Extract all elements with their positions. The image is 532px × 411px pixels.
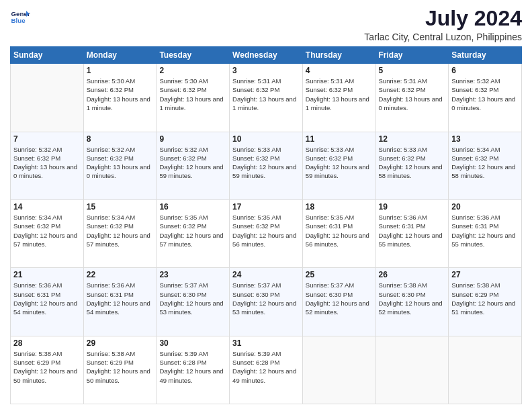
day-number: 14 bbox=[13, 202, 81, 212]
calendar-week-row: 1Sunrise: 5:30 AMSunset: 6:32 PMDaylight… bbox=[11, 64, 522, 132]
day-number: 10 bbox=[232, 134, 300, 144]
weekday-header: Thursday bbox=[302, 47, 375, 64]
weekday-header: Wednesday bbox=[230, 47, 303, 64]
calendar-cell: 16Sunrise: 5:35 AMSunset: 6:32 PMDayligh… bbox=[157, 199, 230, 267]
calendar-week-row: 14Sunrise: 5:34 AMSunset: 6:32 PMDayligh… bbox=[11, 199, 522, 267]
calendar-cell: 29Sunrise: 5:38 AMSunset: 6:29 PMDayligh… bbox=[83, 336, 157, 404]
calendar-week-row: 21Sunrise: 5:36 AMSunset: 6:31 PMDayligh… bbox=[11, 268, 522, 336]
calendar-cell bbox=[302, 336, 375, 404]
day-number: 5 bbox=[379, 66, 446, 75]
day-info: Sunrise: 5:35 AMSunset: 6:31 PMDaylight:… bbox=[306, 213, 373, 248]
day-number: 1 bbox=[87, 66, 154, 75]
calendar-week-row: 28Sunrise: 5:38 AMSunset: 6:29 PMDayligh… bbox=[11, 336, 522, 404]
weekday-header: Friday bbox=[375, 47, 449, 64]
day-number: 23 bbox=[159, 270, 226, 279]
day-info: Sunrise: 5:30 AMSunset: 6:32 PMDaylight:… bbox=[159, 77, 226, 112]
calendar-cell: 27Sunrise: 5:38 AMSunset: 6:29 PMDayligh… bbox=[449, 268, 522, 336]
day-info: Sunrise: 5:33 AMSunset: 6:32 PMDaylight:… bbox=[306, 145, 373, 181]
calendar-cell: 15Sunrise: 5:34 AMSunset: 6:32 PMDayligh… bbox=[83, 199, 157, 267]
day-info: Sunrise: 5:32 AMSunset: 6:32 PMDaylight:… bbox=[451, 77, 519, 112]
day-info: Sunrise: 5:36 AMSunset: 6:31 PMDaylight:… bbox=[451, 213, 519, 248]
day-info: Sunrise: 5:33 AMSunset: 6:32 PMDaylight:… bbox=[379, 145, 446, 181]
calendar-cell: 28Sunrise: 5:38 AMSunset: 6:29 PMDayligh… bbox=[11, 336, 84, 404]
day-info: Sunrise: 5:37 AMSunset: 6:30 PMDaylight:… bbox=[306, 281, 373, 316]
calendar-cell: 18Sunrise: 5:35 AMSunset: 6:31 PMDayligh… bbox=[302, 199, 375, 267]
day-number: 25 bbox=[306, 270, 373, 279]
day-number: 31 bbox=[232, 338, 300, 348]
title-block: July 2024 Tarlac City, Central Luzon, Ph… bbox=[364, 7, 522, 42]
day-number: 4 bbox=[306, 66, 373, 75]
day-info: Sunrise: 5:38 AMSunset: 6:29 PMDaylight:… bbox=[13, 349, 81, 385]
calendar-cell: 11Sunrise: 5:33 AMSunset: 6:32 PMDayligh… bbox=[302, 132, 375, 199]
calendar-cell: 25Sunrise: 5:37 AMSunset: 6:30 PMDayligh… bbox=[302, 268, 375, 336]
day-info: Sunrise: 5:39 AMSunset: 6:28 PMDaylight:… bbox=[159, 349, 226, 385]
calendar-cell: 1Sunrise: 5:30 AMSunset: 6:32 PMDaylight… bbox=[83, 64, 157, 132]
day-info: Sunrise: 5:31 AMSunset: 6:32 PMDaylight:… bbox=[306, 77, 373, 112]
calendar-week-row: 7Sunrise: 5:32 AMSunset: 6:32 PMDaylight… bbox=[11, 132, 522, 199]
day-number: 20 bbox=[451, 202, 519, 212]
day-info: Sunrise: 5:32 AMSunset: 6:32 PMDaylight:… bbox=[13, 145, 81, 181]
calendar-cell: 3Sunrise: 5:31 AMSunset: 6:32 PMDaylight… bbox=[230, 64, 303, 132]
calendar-cell: 14Sunrise: 5:34 AMSunset: 6:32 PMDayligh… bbox=[11, 199, 84, 267]
day-info: Sunrise: 5:38 AMSunset: 6:29 PMDaylight:… bbox=[87, 349, 154, 385]
day-number: 29 bbox=[87, 338, 154, 348]
calendar-cell: 30Sunrise: 5:39 AMSunset: 6:28 PMDayligh… bbox=[157, 336, 230, 404]
header: General Blue July 2024 Tarlac City, Cent… bbox=[10, 7, 522, 42]
page: General Blue July 2024 Tarlac City, Cent… bbox=[0, 0, 532, 411]
day-info: Sunrise: 5:37 AMSunset: 6:30 PMDaylight:… bbox=[159, 281, 226, 316]
day-info: Sunrise: 5:32 AMSunset: 6:32 PMDaylight:… bbox=[87, 145, 154, 181]
calendar-cell: 20Sunrise: 5:36 AMSunset: 6:31 PMDayligh… bbox=[449, 199, 522, 267]
day-number: 2 bbox=[159, 66, 226, 75]
day-info: Sunrise: 5:38 AMSunset: 6:29 PMDaylight:… bbox=[451, 281, 519, 316]
day-number: 13 bbox=[451, 134, 519, 144]
weekday-header: Monday bbox=[83, 47, 157, 64]
day-info: Sunrise: 5:39 AMSunset: 6:28 PMDaylight:… bbox=[232, 349, 300, 385]
svg-text:Blue: Blue bbox=[11, 17, 26, 24]
weekday-header-row: SundayMondayTuesdayWednesdayThursdayFrid… bbox=[11, 47, 522, 64]
subtitle: Tarlac City, Central Luzon, Philippines bbox=[364, 32, 522, 42]
logo: General Blue bbox=[10, 7, 30, 27]
weekday-header: Saturday bbox=[449, 47, 522, 64]
day-number: 6 bbox=[451, 66, 519, 75]
weekday-header: Tuesday bbox=[157, 47, 230, 64]
calendar-cell: 19Sunrise: 5:36 AMSunset: 6:31 PMDayligh… bbox=[375, 199, 449, 267]
calendar-table: SundayMondayTuesdayWednesdayThursdayFrid… bbox=[10, 46, 522, 404]
calendar-cell: 23Sunrise: 5:37 AMSunset: 6:30 PMDayligh… bbox=[157, 268, 230, 336]
day-info: Sunrise: 5:34 AMSunset: 6:32 PMDaylight:… bbox=[451, 145, 519, 181]
calendar-cell: 8Sunrise: 5:32 AMSunset: 6:32 PMDaylight… bbox=[83, 132, 157, 199]
day-number: 9 bbox=[159, 134, 226, 144]
day-number: 11 bbox=[306, 134, 373, 144]
calendar-cell: 13Sunrise: 5:34 AMSunset: 6:32 PMDayligh… bbox=[449, 132, 522, 199]
day-number: 8 bbox=[87, 134, 154, 144]
calendar-cell: 21Sunrise: 5:36 AMSunset: 6:31 PMDayligh… bbox=[11, 268, 84, 336]
day-info: Sunrise: 5:33 AMSunset: 6:32 PMDaylight:… bbox=[232, 145, 300, 181]
day-number: 17 bbox=[232, 202, 300, 212]
calendar-cell: 5Sunrise: 5:31 AMSunset: 6:32 PMDaylight… bbox=[375, 64, 449, 132]
calendar-cell: 6Sunrise: 5:32 AMSunset: 6:32 PMDaylight… bbox=[449, 64, 522, 132]
calendar-cell: 17Sunrise: 5:35 AMSunset: 6:32 PMDayligh… bbox=[230, 199, 303, 267]
calendar-cell bbox=[11, 64, 84, 132]
calendar-cell: 9Sunrise: 5:32 AMSunset: 6:32 PMDaylight… bbox=[157, 132, 230, 199]
main-title: July 2024 bbox=[364, 7, 522, 30]
calendar-cell: 12Sunrise: 5:33 AMSunset: 6:32 PMDayligh… bbox=[375, 132, 449, 199]
calendar-cell: 31Sunrise: 5:39 AMSunset: 6:28 PMDayligh… bbox=[230, 336, 303, 404]
day-info: Sunrise: 5:35 AMSunset: 6:32 PMDaylight:… bbox=[232, 213, 300, 248]
day-info: Sunrise: 5:31 AMSunset: 6:32 PMDaylight:… bbox=[379, 77, 446, 112]
calendar-cell: 24Sunrise: 5:37 AMSunset: 6:30 PMDayligh… bbox=[230, 268, 303, 336]
day-number: 26 bbox=[379, 270, 446, 279]
day-info: Sunrise: 5:32 AMSunset: 6:32 PMDaylight:… bbox=[159, 145, 226, 181]
day-number: 12 bbox=[379, 134, 446, 144]
day-number: 30 bbox=[159, 338, 226, 348]
calendar-cell: 2Sunrise: 5:30 AMSunset: 6:32 PMDaylight… bbox=[157, 64, 230, 132]
day-number: 19 bbox=[379, 202, 446, 212]
calendar-cell: 4Sunrise: 5:31 AMSunset: 6:32 PMDaylight… bbox=[302, 64, 375, 132]
logo-icon: General Blue bbox=[10, 7, 30, 27]
day-info: Sunrise: 5:34 AMSunset: 6:32 PMDaylight:… bbox=[13, 213, 81, 248]
day-number: 28 bbox=[13, 338, 81, 348]
day-info: Sunrise: 5:36 AMSunset: 6:31 PMDaylight:… bbox=[87, 281, 154, 316]
day-info: Sunrise: 5:31 AMSunset: 6:32 PMDaylight:… bbox=[232, 77, 300, 112]
calendar-cell bbox=[375, 336, 449, 404]
day-info: Sunrise: 5:36 AMSunset: 6:31 PMDaylight:… bbox=[379, 213, 446, 248]
day-number: 21 bbox=[13, 270, 81, 279]
day-number: 22 bbox=[87, 270, 154, 279]
